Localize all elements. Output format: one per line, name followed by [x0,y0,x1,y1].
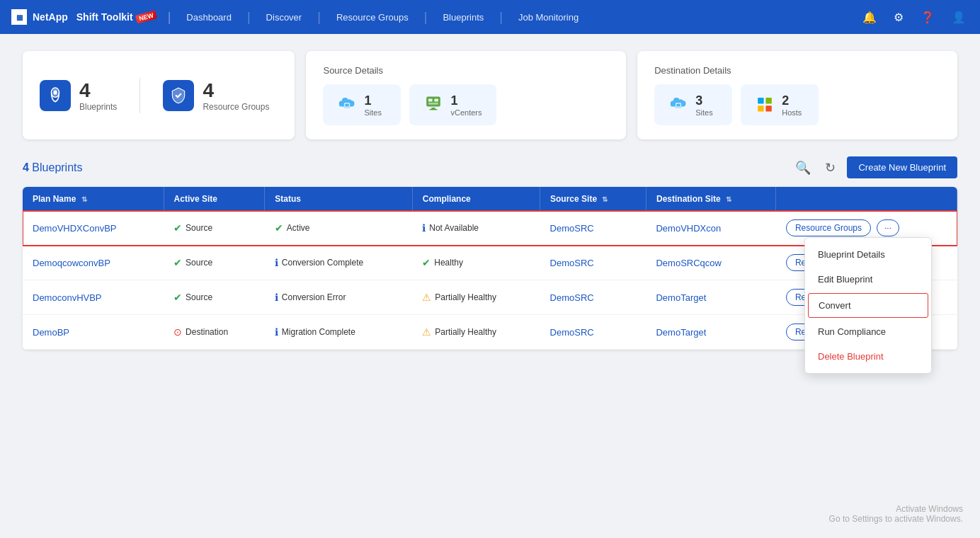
active-site-cell: ✔ Source [164,280,265,315]
blueprints-info: 4 Blueprints [79,79,117,112]
nav-links: Dashboard | Discover | Resource Groups |… [176,0,860,34]
compliance-cell: ⚠ Partially Healthy [412,315,540,350]
dest-site-cell: DemoSRCqcow [646,246,775,280]
destination-details-card: Destination Details 3 Sites [637,51,957,139]
col-active-site[interactable]: Active Site [164,187,265,211]
create-blueprint-button[interactable]: Create New Blueprint [847,156,957,178]
source-site-cell: DemoSRC [540,315,646,350]
nav-blueprints[interactable]: Blueprints [433,0,494,34]
col-actions [776,187,957,211]
status-icon: ℹ [275,326,278,338]
blueprints-label: Blueprints [79,102,117,112]
compliance-badge: ✔ Healthy [422,257,530,268]
context-menu-edit-blueprint[interactable]: Edit Blueprint [805,267,931,292]
active-site-text: Destination [186,327,228,337]
svg-rect-6 [428,98,433,101]
plan-name-link[interactable]: DemoVHDXConvBP [33,223,117,234]
settings-icon[interactable]: ⚙ [891,8,906,27]
dest-hosts-item: 2 Hosts [741,84,819,125]
col-source-site[interactable]: Source Site ⇅ [540,187,646,211]
status-cell: ℹ Conversion Error [265,280,412,315]
source-site-cell: DemoSRC [540,246,646,280]
dest-sites-label: Sites [695,108,712,117]
help-icon[interactable]: ❓ [918,8,938,27]
compliance-badge: ⚠ Partially Healthy [422,292,530,303]
source-details-card: Source Details 1 Sites [306,51,626,139]
nav-job-monitoring[interactable]: Job Monitoring [508,0,588,34]
blueprints-section-label: Blueprints [32,161,82,173]
dest-cloud-icon [668,93,688,117]
dest-details-title: Destination Details [654,65,940,76]
blueprints-section-title: 4 Blueprints [23,161,83,174]
plan-name-link[interactable]: DemoconvHVBP [33,292,102,303]
source-site-link[interactable]: DemoSRC [550,327,594,338]
compliance-text: Not Available [429,223,479,233]
svg-rect-8 [428,103,438,105]
col-plan-name[interactable]: Plan Name ⇅ [23,187,164,211]
nav-dashboard[interactable]: Dashboard [176,0,241,34]
blueprints-stat: 4 Blueprints [40,79,117,112]
status-badge: ℹ Migration Complete [275,326,402,338]
col-status[interactable]: Status [265,187,412,211]
dest-site-link[interactable]: DemoVHDXcon [656,223,721,234]
dest-site-link[interactable]: DemoSRCqcow [656,258,721,268]
blueprints-section-count: 4 [23,161,29,173]
svg-rect-15 [758,105,763,111]
status-badge: ✔ Active [275,222,402,234]
nav-discover[interactable]: Discover [256,0,312,34]
context-menu-run-compliance[interactable]: Run Compliance [805,319,931,344]
source-sites-label: Sites [364,108,381,117]
context-menu-blueprint-details[interactable]: Blueprint Details [805,242,931,267]
active-site-icon: ✔ [173,292,182,303]
svg-rect-14 [766,98,772,103]
source-details-items: 1 Sites [323,84,609,125]
nav-resource-groups[interactable]: Resource Groups [326,0,418,34]
svg-point-2 [54,91,57,93]
resource-groups-button[interactable]: Resource Groups [786,219,871,236]
dest-site-link[interactable]: DemoTarget [656,292,706,303]
context-menu-convert[interactable]: Convert [808,293,928,318]
active-site-cell: ⊙ Destination [164,315,265,350]
plan-name-link[interactable]: DemoBP [33,327,69,338]
status-icon: ℹ [275,257,278,268]
nav-divider-1: | [168,10,171,25]
col-compliance[interactable]: Compliance [412,187,540,211]
blueprints-section-header: 4 Blueprints 🔍 ↻ Create New Blueprint [23,156,957,178]
active-site-badge: ✔ Source [173,222,255,234]
refresh-button[interactable]: ↻ [822,157,838,178]
netapp-logo: ▦ [11,9,27,25]
source-site-link[interactable]: DemoSRC [550,223,594,234]
status-cell: ✔ Active [265,211,412,246]
source-vcenters-label: vCenters [450,108,482,117]
stat-divider [139,78,140,113]
context-menu-delete-blueprint[interactable]: Delete Blueprint [805,344,931,369]
search-button[interactable]: 🔍 [792,157,814,178]
dest-sites-item: 3 Sites [654,84,732,125]
compliance-cell: ⚠ Partially Healthy [412,280,540,315]
source-site-link[interactable]: DemoSRC [550,292,594,303]
compliance-badge: ⚠ Partially Healthy [422,326,530,338]
col-destination-site[interactable]: Destination Site ⇅ [646,187,775,211]
table-header: Plan Name ⇅ Active Site Status Complianc… [23,187,957,211]
resource-groups-icon [163,80,194,111]
plan-name-cell: DemoconvHVBP [23,280,164,315]
toolkit-badge: NEW [135,10,157,23]
source-site-link[interactable]: DemoSRC [550,258,594,268]
compliance-text: Partially Healthy [435,327,496,337]
user-icon[interactable]: 👤 [949,8,969,27]
dest-hosts-info: 2 Hosts [782,93,802,117]
notifications-icon[interactable]: 🔔 [860,8,879,27]
svg-rect-16 [766,105,772,111]
plan-name-link[interactable]: DemoqcowconvBP [33,258,110,268]
active-site-cell: ✔ Source [164,211,265,246]
svg-rect-12 [676,103,680,106]
resource-groups-count: 4 [203,79,269,102]
plan-name-cell: DemoqcowconvBP [23,246,164,280]
dest-site-link[interactable]: DemoTarget [656,327,706,338]
more-actions-button[interactable]: ··· [877,219,899,236]
dest-site-cell: DemoTarget [646,315,775,350]
status-text: Migration Complete [282,327,355,337]
status-text: Active [287,223,310,233]
compliance-icon: ℹ [422,222,426,234]
resource-groups-label: Resource Groups [203,102,269,112]
